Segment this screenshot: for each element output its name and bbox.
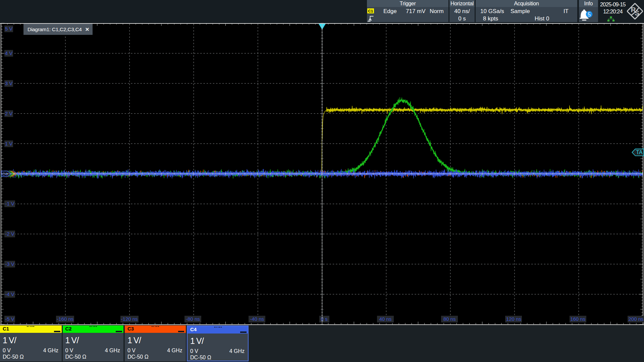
svg-text:5: 5: [588, 11, 591, 17]
svg-text:S: S: [635, 9, 639, 17]
svg-text:TA: TA: [636, 149, 643, 155]
svg-text:C4: C4: [2, 172, 7, 177]
